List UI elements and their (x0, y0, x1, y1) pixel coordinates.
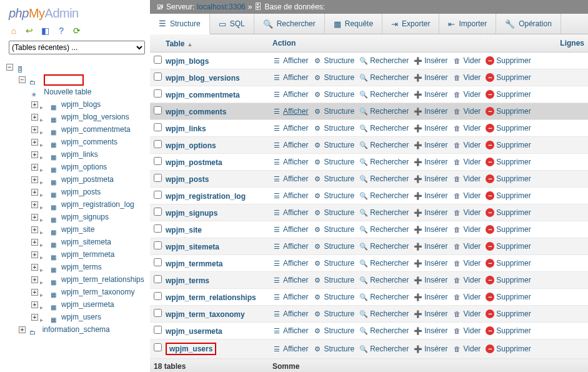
structure-action[interactable]: ⚙Structure (313, 141, 354, 149)
search-action[interactable]: 🔍Rechercher (359, 141, 409, 149)
sidebar-table-link[interactable]: wpjm_term_taxonomy (61, 288, 134, 296)
search-action[interactable]: 🔍Rechercher (359, 56, 409, 65)
table-name-link[interactable]: wpjm_commentmeta (166, 91, 240, 99)
sidebar-table-link[interactable]: wpjm_options (61, 163, 107, 171)
drop-action[interactable]: −Supprimer (486, 56, 531, 65)
empty-action[interactable]: 🗑Vider (453, 344, 481, 353)
drop-action[interactable]: −Supprimer (486, 141, 531, 149)
table-name-link[interactable]: wpjm_links (166, 124, 206, 133)
insert-action[interactable]: ➕Insérer (414, 191, 447, 200)
expand-icon[interactable]: + (31, 264, 38, 271)
drop-action[interactable]: −Supprimer (486, 276, 531, 284)
sidebar-table-link[interactable]: wpjm_blog_versions (61, 113, 129, 121)
search-action[interactable]: 🔍Rechercher (359, 73, 409, 82)
table-name-link[interactable]: wpjm_comments (166, 108, 226, 116)
empty-action[interactable]: 🗑Vider (453, 326, 481, 335)
empty-action[interactable]: 🗑Vider (453, 208, 481, 217)
drop-action[interactable]: −Supprimer (486, 326, 531, 335)
expand-icon[interactable]: + (31, 114, 38, 121)
drop-action[interactable]: −Supprimer (486, 225, 531, 234)
insert-action[interactable]: ➕Insérer (414, 158, 447, 166)
search-action[interactable]: 🔍Rechercher (359, 208, 409, 217)
tab-query[interactable]: ▦Requête (325, 14, 382, 34)
expand-icon[interactable]: + (31, 201, 38, 208)
sidebar-table-link[interactable]: wpjm_posts (61, 188, 101, 196)
reload-icon[interactable]: ⟳ (72, 26, 82, 36)
insert-action[interactable]: ➕Insérer (414, 259, 447, 268)
table-name-link[interactable]: wpjm_site (166, 226, 202, 234)
row-checkbox[interactable] (154, 224, 162, 233)
structure-action[interactable]: ⚙Structure (313, 56, 354, 65)
search-action[interactable]: 🔍Rechercher (359, 191, 409, 200)
empty-action[interactable]: 🗑Vider (453, 259, 481, 268)
insert-action[interactable]: ➕Insérer (414, 107, 447, 116)
structure-action[interactable]: ⚙Structure (313, 73, 354, 82)
insert-action[interactable]: ➕Insérer (414, 141, 447, 149)
table-name-link[interactable]: wpjm_users (166, 343, 216, 355)
row-checkbox[interactable] (154, 157, 162, 165)
browse-action[interactable]: ☰Afficher (272, 124, 308, 133)
browse-action[interactable]: ☰Afficher (272, 326, 308, 335)
structure-action[interactable]: ⚙Structure (313, 344, 354, 353)
sidebar-table-link[interactable]: wpjm_site (61, 225, 94, 234)
drop-action[interactable]: −Supprimer (486, 124, 531, 133)
expand-icon[interactable]: + (31, 226, 38, 233)
sidebar-table-link[interactable]: wpjm_terms (61, 263, 102, 271)
expand-icon[interactable]: + (31, 101, 38, 108)
browse-action[interactable]: ☰Afficher (272, 259, 308, 268)
table-name-link[interactable]: wpjm_termmeta (166, 259, 222, 268)
structure-action[interactable]: ⚙Structure (313, 158, 354, 166)
structure-action[interactable]: ⚙Structure (313, 326, 354, 335)
query-icon[interactable]: ◧ (41, 26, 51, 36)
expand-icon[interactable]: + (31, 214, 38, 221)
insert-action[interactable]: ➕Insérer (414, 225, 447, 234)
insert-action[interactable]: ➕Insérer (414, 124, 447, 133)
empty-action[interactable]: 🗑Vider (453, 56, 481, 65)
recent-tables-select[interactable]: (Tables récentes) ... (9, 41, 145, 54)
insert-action[interactable]: ➕Insérer (414, 276, 447, 284)
tab-structure[interactable]: ☰Structure (150, 14, 210, 34)
empty-action[interactable]: 🗑Vider (453, 191, 481, 200)
expand-icon[interactable]: + (31, 314, 38, 321)
structure-action[interactable]: ⚙Structure (313, 242, 354, 251)
empty-action[interactable]: 🗑Vider (453, 90, 481, 99)
empty-action[interactable]: 🗑Vider (453, 242, 481, 251)
search-action[interactable]: 🔍Rechercher (359, 309, 409, 318)
search-action[interactable]: 🔍Rechercher (359, 344, 409, 353)
sidebar-table-link[interactable]: wpjm_registration_log (61, 200, 134, 209)
tab-operations[interactable]: 🔧Opération (496, 14, 561, 34)
table-name-link[interactable]: wpjm_options (166, 141, 216, 150)
drop-action[interactable]: −Supprimer (486, 73, 531, 82)
row-checkbox[interactable] (154, 309, 162, 317)
browse-action[interactable]: ☰Afficher (272, 309, 308, 318)
structure-action[interactable]: ⚙Structure (313, 107, 354, 116)
table-name-link[interactable]: wpjm_posts (166, 175, 209, 184)
sidebar-table-link[interactable]: wpjm_sitemeta (61, 238, 111, 246)
browse-action[interactable]: ☰Afficher (272, 73, 308, 82)
insert-action[interactable]: ➕Insérer (414, 56, 447, 65)
sidebar-table-link[interactable]: wpjm_links (61, 150, 98, 159)
browse-action[interactable]: ☰Afficher (272, 107, 308, 116)
home-icon[interactable]: ⌂ (9, 26, 19, 36)
empty-action[interactable]: 🗑Vider (453, 107, 481, 116)
empty-action[interactable]: 🗑Vider (453, 225, 481, 234)
tab-export[interactable]: ⇥Exporter (382, 14, 439, 34)
sidebar-table-link[interactable]: wpjm_postmeta (61, 175, 114, 184)
structure-action[interactable]: ⚙Structure (313, 174, 354, 183)
row-checkbox[interactable] (154, 73, 162, 81)
insert-action[interactable]: ➕Insérer (414, 309, 447, 318)
drop-action[interactable]: −Supprimer (486, 259, 531, 268)
structure-action[interactable]: ⚙Structure (313, 309, 354, 318)
table-name-link[interactable]: wpjm_signups (166, 209, 217, 218)
browse-action[interactable]: ☰Afficher (272, 141, 308, 149)
table-name-link[interactable]: wpjm_terms (166, 276, 209, 285)
table-name-link[interactable]: wpjm_term_relationships (166, 293, 256, 302)
row-checkbox[interactable] (154, 275, 162, 283)
logout-icon[interactable]: ↩ (24, 26, 34, 36)
structure-action[interactable]: ⚙Structure (313, 225, 354, 234)
tab-sql[interactable]: ▭SQL (210, 14, 254, 34)
empty-action[interactable]: 🗑Vider (453, 158, 481, 166)
search-action[interactable]: 🔍Rechercher (359, 276, 409, 284)
insert-action[interactable]: ➕Insérer (414, 90, 447, 99)
insert-action[interactable]: ➕Insérer (414, 208, 447, 217)
